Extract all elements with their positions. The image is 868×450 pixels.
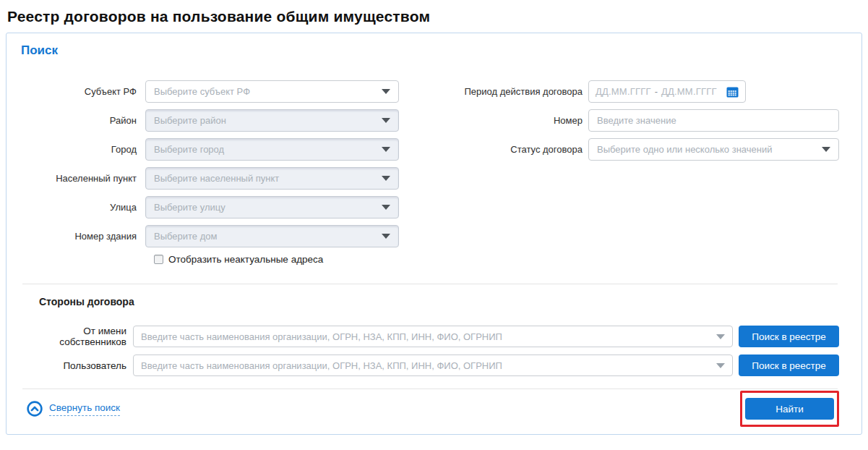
show-inactive-label: Отобразить неактуальные адреса [168,254,323,265]
subject-rf-placeholder: Выберите субъект РФ [154,86,250,97]
settlement-select[interactable]: Выберите населенный пункт [145,167,399,190]
street-placeholder: Выберите улицу [154,202,225,213]
period-label: Период действия договора [429,86,583,97]
house-number-label: Номер здания [21,231,145,242]
district-label: Район [21,115,145,126]
house-number-select[interactable]: Выберите дом [145,225,399,247]
user-registry-search-button[interactable]: Поиск в реестре [739,355,839,376]
contract-status-placeholder: Выберите одно или несколько значений [597,144,772,155]
section-divider [22,284,838,284]
user-label: Пользователь [21,360,133,371]
search-footer: Свернуть поиск Найти [21,391,839,427]
owners-combobox[interactable] [133,326,733,347]
form-row-subject: Субъект РФ Выберите субъект РФ [21,80,408,103]
page-title: Реестр договоров на пользование общим им… [7,8,868,25]
contract-status-label: Статус договора [429,144,583,155]
chevron-down-icon[interactable] [716,363,725,368]
parties-row-owners: От имени собственников Поиск в реестре [21,326,839,347]
chevron-down-icon [382,234,390,239]
chevron-down-icon [822,147,830,152]
form-row-settlement: Населенный пункт Выберите населенный пун… [21,167,408,190]
city-select[interactable]: Выберите город [145,138,399,161]
search-panel: Поиск Субъект РФ Выберите субъект РФ Рай… [6,33,862,435]
show-inactive-checkbox[interactable] [154,255,163,264]
contract-number-input[interactable] [588,109,839,132]
parties-section-title: Стороны договора [39,296,839,307]
period-to-placeholder: ДД.ММ.ГГГГ [661,86,717,97]
period-dash: - [655,86,658,97]
form-row-period: Период действия договора ДД.ММ.ГГГГ - ДД… [429,80,839,103]
calendar-icon[interactable] [726,86,739,98]
house-number-placeholder: Выберите дом [154,231,217,242]
address-column: Субъект РФ Выберите субъект РФ Район Выб… [21,80,408,265]
chevron-down-icon [382,89,390,94]
district-placeholder: Выберите район [154,115,226,126]
parties-row-user: Пользователь Поиск в реестре [21,355,839,376]
settlement-label: Населенный пункт [21,173,145,184]
collapse-circle-up-icon[interactable] [27,401,43,417]
chevron-down-icon [382,147,390,152]
chevron-down-icon [382,176,390,181]
search-panel-title: Поиск [21,43,839,58]
period-from-placeholder: ДД.ММ.ГГГГ [596,86,651,97]
chevron-down-icon [382,205,390,210]
show-inactive-row: Отобразить неактуальные адреса [154,254,408,265]
owners-input[interactable] [141,331,716,342]
find-button[interactable]: Найти [745,398,834,420]
footer-divider [22,389,838,389]
settlement-placeholder: Выберите населенный пункт [154,173,279,184]
annotation-rectangle: Найти [740,391,839,427]
city-placeholder: Выберите город [154,144,224,155]
owners-registry-search-button[interactable]: Поиск в реестре [739,326,839,347]
chevron-down-icon[interactable] [716,334,725,339]
owners-label: От имени собственников [21,326,133,347]
subject-rf-label: Субъект РФ [21,86,145,97]
form-row-house: Номер здания Выберите дом [21,225,408,247]
contract-number-label: Номер [429,115,583,126]
collapse-search-label: Свернуть поиск [49,402,120,416]
user-input[interactable] [141,360,716,371]
form-row-district: Район Выберите район [21,109,408,132]
form-row-street: Улица Выберите улицу [21,196,408,218]
contract-status-select[interactable]: Выберите одно или несколько значений [588,138,839,161]
user-combobox[interactable] [133,355,733,376]
street-select[interactable]: Выберите улицу [145,196,399,218]
form-row-city: Город Выберите город [21,138,408,161]
district-select[interactable]: Выберите район [145,109,399,132]
city-label: Город [21,144,145,155]
search-form-columns: Субъект РФ Выберите субъект РФ Район Выб… [21,80,839,265]
contract-column: Период действия договора ДД.ММ.ГГГГ - ДД… [429,80,839,167]
collapse-search-link[interactable]: Свернуть поиск [27,401,120,417]
form-row-number: Номер [429,109,839,132]
form-row-status: Статус договора Выберите одно или нескол… [429,138,839,161]
subject-rf-select[interactable]: Выберите субъект РФ [145,80,399,103]
period-date-range-input[interactable]: ДД.ММ.ГГГГ - ДД.ММ.ГГГГ [588,80,746,103]
street-label: Улица [21,202,145,213]
chevron-down-icon [382,118,390,123]
